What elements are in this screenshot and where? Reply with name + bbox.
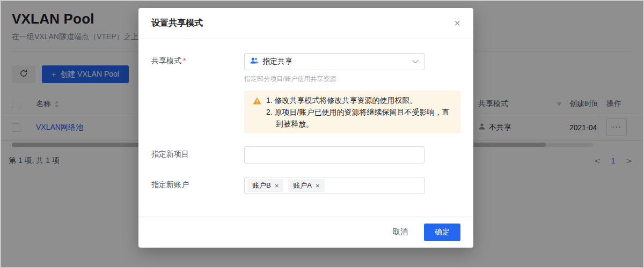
- new-account-input[interactable]: 账户B × 账户A ×: [244, 177, 425, 194]
- warning-text: 1. 修改共享模式将修改共享资源的使用权限。 2. 原项目/账户已使用的资源将继…: [266, 94, 454, 130]
- people-icon: [250, 57, 259, 66]
- account-tag-label: 账户B: [252, 181, 271, 190]
- new-project-field-row: 指定新项目: [151, 146, 460, 163]
- modal-body: 共享模式* 指定共享: [138, 39, 473, 216]
- confirm-button[interactable]: 确定: [424, 224, 460, 241]
- set-share-mode-modal: 设置共享模式 × 共享模式* 指定共享: [138, 8, 473, 248]
- new-project-input[interactable]: [244, 146, 425, 163]
- warning-line-1: 1. 修改共享模式将修改共享资源的使用权限。: [266, 94, 454, 106]
- tag-remove-icon[interactable]: ×: [316, 182, 320, 189]
- share-mode-field-row: 共享模式* 指定共享: [151, 53, 460, 84]
- warning-line-2: 2. 原项目/账户已使用的资源将继续保留且不受影响，直到被释放。: [266, 106, 454, 130]
- share-mode-label: 共享模式*: [151, 53, 244, 66]
- share-mode-select[interactable]: 指定共享: [244, 53, 425, 70]
- warning-alert: 1. 修改共享模式将修改共享资源的使用权限。 2. 原项目/账户已使用的资源将继…: [244, 91, 460, 133]
- required-mark: *: [183, 56, 186, 65]
- share-mode-help: 指定部分项目/账户使用共享资源: [244, 75, 425, 84]
- close-icon[interactable]: ×: [452, 16, 463, 31]
- account-tag: 账户B ×: [247, 179, 283, 192]
- modal-footer: 取消 确定: [138, 216, 473, 248]
- warning-icon: [253, 96, 261, 130]
- account-tag-label: 账户A: [293, 181, 312, 190]
- account-tag: 账户A ×: [288, 179, 324, 192]
- share-mode-control: 指定共享 指定部分项目/账户使用共享资源: [244, 53, 425, 84]
- new-account-label: 指定新账户: [151, 177, 244, 190]
- modal-title: 设置共享模式: [151, 18, 203, 29]
- modal-header: 设置共享模式 ×: [138, 8, 473, 39]
- new-account-field-row: 指定新账户 账户B × 账户A ×: [151, 177, 460, 194]
- chevron-down-icon: [412, 59, 419, 64]
- cancel-button[interactable]: 取消: [393, 227, 408, 237]
- tag-remove-icon[interactable]: ×: [275, 182, 279, 189]
- new-project-label: 指定新项目: [151, 146, 244, 159]
- share-mode-value: 指定共享: [262, 57, 292, 66]
